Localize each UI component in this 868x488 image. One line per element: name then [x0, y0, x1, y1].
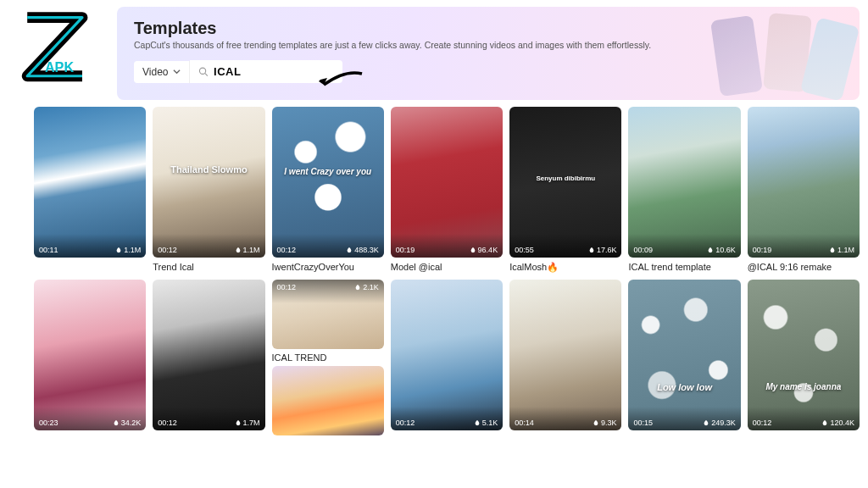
template-card-stack: 00:122.1K ICAL TREND	[272, 280, 384, 441]
template-card[interactable]: 00:121.7M	[153, 280, 264, 441]
template-card[interactable]	[272, 366, 384, 435]
template-title: IcalMosh🔥	[509, 262, 621, 273]
template-card[interactable]: 00:0910.6K ICAL trend template	[628, 107, 740, 273]
template-card[interactable]: Senyum dibibirmu00:5517.6K IcalMosh🔥	[509, 107, 621, 273]
chevron-down-icon	[173, 68, 181, 75]
template-title: ICAL trend template	[628, 262, 740, 272]
template-card[interactable]: 00:191.1M @ICAL 9:16 remake	[748, 107, 860, 273]
svg-point-1	[200, 68, 206, 74]
svg-line-2	[205, 74, 208, 76]
template-card[interactable]: 00:149.3K	[509, 280, 621, 441]
template-card[interactable]: 00:111.1M	[34, 107, 146, 273]
svg-text:APK: APK	[45, 59, 74, 75]
template-card[interactable]: I went Crazy over you00:12488.3K IwentCr…	[272, 107, 384, 273]
template-card[interactable]: 00:2334.2K	[34, 280, 146, 441]
app-logo: APK	[14, 10, 105, 78]
annotation-arrow	[315, 69, 366, 95]
template-card[interactable]: 00:122.1K	[272, 280, 384, 349]
template-card[interactable]: 00:125.1K	[391, 280, 503, 441]
template-title: Trend Ical	[153, 262, 264, 272]
template-title: IwentCrazyOverYou	[272, 262, 384, 272]
search-type-dropdown[interactable]: Video	[134, 61, 190, 83]
template-card[interactable]: Low low low00:15249.3K	[628, 280, 740, 441]
template-card[interactable]: My name is joanna00:12120.4K	[748, 280, 860, 441]
template-title: Model @ical	[391, 262, 503, 272]
template-title: @ICAL 9:16 remake	[748, 262, 860, 272]
header-decoration	[698, 11, 851, 96]
template-card[interactable]: Thailand Slowmo00:121.1M Trend Ical	[153, 107, 264, 273]
template-grid: 00:111.1M Thailand Slowmo00:121.1M Trend…	[34, 107, 860, 441]
search-icon	[198, 66, 209, 77]
templates-header: Templates CapCut's thousands of free tre…	[117, 7, 860, 100]
template-card[interactable]: 00:1996.4K Model @ical	[391, 107, 503, 273]
template-title: ICAL TREND	[272, 352, 384, 363]
dropdown-label: Video	[142, 66, 168, 78]
